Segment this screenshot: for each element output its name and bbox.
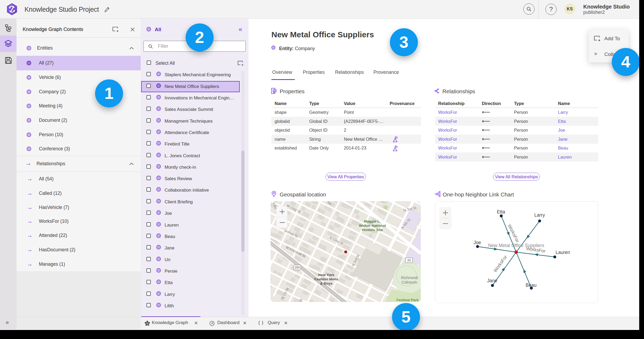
svg-text:Beau: Beau bbox=[526, 282, 537, 288]
svg-text:Walker National: Walker National bbox=[359, 224, 386, 228]
svg-text:Joe: Joe bbox=[474, 240, 481, 245]
svg-text:Historic Site: Historic Site bbox=[362, 228, 383, 232]
svg-text:Larry: Larry bbox=[534, 212, 545, 218]
svg-text:Festival Park: Festival Park bbox=[396, 298, 419, 302]
svg-text:Jane: Jane bbox=[487, 278, 497, 283]
svg-text:250: 250 bbox=[294, 266, 300, 269]
svg-text:Fashion Mens: Fashion Mens bbox=[314, 277, 338, 281]
svg-text:33: 33 bbox=[407, 259, 411, 262]
svg-text:Coliseum: Coliseum bbox=[402, 280, 417, 284]
svg-text:& Boys: & Boys bbox=[320, 281, 333, 285]
svg-text:Etta: Etta bbox=[497, 209, 505, 215]
svg-text:Maggie L.: Maggie L. bbox=[364, 219, 381, 223]
svg-text:Lauren: Lauren bbox=[556, 250, 570, 255]
svg-text:New York: New York bbox=[318, 273, 335, 277]
svg-text:Richmond: Richmond bbox=[401, 276, 418, 280]
